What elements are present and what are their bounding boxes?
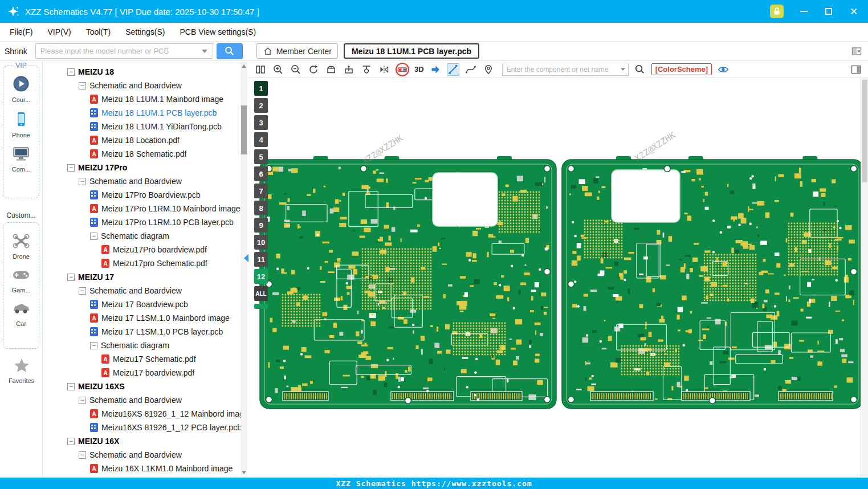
canvas-scroll-thumb[interactable] — [862, 80, 867, 182]
tree-item[interactable]: Meizu 17Pro L1RM.10 PCB layer.pcb — [43, 215, 241, 229]
tree-item[interactable]: −Schematic and Boardview — [43, 393, 241, 407]
rotate-icon[interactable] — [307, 63, 320, 76]
tree-item[interactable]: Meizu 16X L1KM1.0 Mainbord image — [43, 462, 241, 475]
net-search-input[interactable] — [502, 63, 629, 76]
close-button[interactable]: ✕ — [849, 6, 859, 17]
collapse-icon[interactable]: − — [79, 397, 86, 404]
collapse-icon[interactable]: − — [79, 451, 86, 459]
license-lock-icon[interactable] — [770, 5, 784, 18]
sidebar-item-phone[interactable]: Phone — [12, 111, 30, 138]
maximize-button[interactable] — [824, 6, 834, 17]
jump-arrow-icon[interactable] — [429, 63, 442, 76]
layer-button-12[interactable]: 12 — [254, 269, 268, 284]
shrink-button[interactable]: Shrink — [5, 47, 27, 56]
search-button[interactable] — [217, 43, 243, 59]
layer-button-1[interactable]: 1 — [254, 81, 268, 96]
3d-label[interactable]: 3D — [414, 65, 424, 74]
collapse-icon[interactable]: − — [79, 287, 86, 295]
sidebar-item-favorites[interactable]: Favorites — [0, 357, 43, 384]
tree-item[interactable]: Meizu 18 Location.pdf — [43, 133, 241, 147]
location-pin-icon[interactable] — [482, 63, 495, 76]
zoom-out-icon[interactable] — [290, 63, 302, 76]
scroll-down-icon[interactable] — [242, 471, 246, 474]
tree-item[interactable]: −MEIZU 17Pro — [43, 161, 241, 174]
canvas-scrollbar[interactable] — [861, 78, 868, 478]
zoom-in-icon[interactable] — [272, 63, 284, 76]
split-view-icon[interactable] — [254, 63, 267, 76]
tree-scrollbar[interactable] — [241, 62, 247, 476]
tree-item[interactable]: Meizu17pro Schematic.pdf — [43, 256, 241, 270]
collapse-icon[interactable]: − — [67, 438, 75, 445]
tree-item[interactable]: Meizu 17Pro L1RM.10 Mainbord image — [43, 202, 241, 215]
tree-item[interactable]: −MEIZU 18 — [43, 65, 241, 79]
collapse-icon[interactable]: − — [67, 383, 75, 390]
tree-item[interactable]: −MEIZU 17 — [43, 270, 241, 284]
eye-icon[interactable] — [717, 63, 730, 76]
tree-item[interactable]: Meizu17 boardview.pdf — [43, 366, 241, 380]
layer-button-9[interactable]: 9 — [254, 218, 268, 233]
tree-item[interactable]: −Schematic diagram — [43, 339, 241, 352]
tree-item[interactable]: Meizu 18 L1UM.1 Mainbord image — [43, 92, 241, 106]
collapse-icon[interactable]: − — [90, 342, 97, 349]
sidebar-item-computer[interactable]: Com... — [12, 146, 30, 173]
menu-vip[interactable]: VIP(V) — [40, 24, 78, 40]
tree-item[interactable]: Meizu 18 Schematic.pdf — [43, 147, 241, 161]
menu-settings[interactable]: Settings(S) — [118, 24, 172, 40]
layer-button-7[interactable]: 7 — [254, 184, 268, 198]
pcb-canvas[interactable]: XZZ@XZZHKXZZ@XZZHK 123456789101112ALL — [248, 78, 868, 478]
box-export-icon[interactable] — [343, 63, 355, 76]
layer-button-3[interactable]: 3 — [254, 115, 268, 130]
curve-tool-icon[interactable] — [464, 63, 477, 76]
panel-layout-icon[interactable] — [850, 63, 862, 76]
tree-item[interactable]: −Schematic and Boardview — [43, 174, 241, 188]
tree-item[interactable]: Meizu17Pro boardview.pdf — [43, 243, 241, 256]
tree-item[interactable]: Meizu 18 L1UM.1 YiDianTong.pcb — [43, 120, 241, 133]
chevron-down-icon[interactable] — [621, 68, 625, 71]
layer-button-all[interactable]: ALL — [254, 286, 268, 301]
tree-item[interactable]: −MEIZU 16X — [43, 434, 241, 448]
tree-item[interactable]: −Schematic diagram — [43, 229, 241, 243]
flip-horizontal-icon[interactable] — [378, 63, 390, 76]
tree-item[interactable]: Meizu 17 L1SM.1.0 Mainbord image — [43, 311, 241, 325]
collapse-icon[interactable]: − — [67, 164, 75, 172]
member-center-button[interactable]: Member Center — [256, 43, 338, 59]
layer-button-6[interactable]: 6 — [254, 166, 268, 181]
tree-item[interactable]: Meizu16XS 81926_1_12 Mainbord image — [43, 407, 241, 421]
hide-panel-icon[interactable] — [851, 46, 862, 57]
tree-scroll-thumb[interactable] — [241, 105, 247, 154]
layer-button-2[interactable]: 2 — [254, 98, 268, 113]
layer-button-8[interactable]: 8 — [254, 201, 268, 215]
tree-item[interactable]: Meizu 18 L1UM.1 PCB layer.pcb — [43, 106, 241, 120]
sidebar-item-game[interactable]: Gam... — [11, 267, 31, 294]
tree-item[interactable]: Meizu 17 L1SM.1.0 PCB layer.pcb — [43, 325, 241, 339]
layer-button-10[interactable]: 10 — [254, 235, 268, 250]
3d-glasses-icon[interactable] — [396, 63, 409, 76]
sidebar-item-drone[interactable]: Drone — [12, 232, 30, 260]
tree-item[interactable]: −Schematic and Boardview — [43, 448, 241, 462]
collapse-icon[interactable]: − — [90, 233, 97, 240]
collapse-icon[interactable]: − — [67, 68, 75, 76]
colorscheme-button[interactable]: [ColorScheme] — [651, 63, 712, 75]
chevron-down-icon[interactable] — [202, 50, 207, 53]
scroll-up-icon[interactable] — [242, 64, 246, 68]
collapse-icon[interactable]: − — [79, 178, 86, 185]
box-icon[interactable] — [325, 63, 337, 76]
model-search-input[interactable] — [35, 43, 213, 59]
document-tab[interactable]: Meizu 18 L1UM.1 PCB layer.pcb — [344, 43, 479, 59]
layer-button-11[interactable]: 11 — [254, 252, 268, 267]
sidebar-item-course[interactable]: Cour... — [12, 75, 30, 103]
tree-item[interactable]: Meizu16XS 81926_1_12 PCB layer.pcb — [43, 421, 241, 434]
layer-button-4[interactable]: 4 — [254, 132, 268, 147]
measure-icon[interactable] — [447, 63, 459, 76]
tree-item[interactable]: −Schematic and Boardview — [43, 284, 241, 298]
tree-item[interactable]: −Schematic and Boardview — [43, 79, 241, 92]
minimize-button[interactable] — [798, 6, 809, 17]
tree-item[interactable]: −MEIZU 16XS — [43, 380, 241, 393]
tree-item[interactable]: Meizu 17 Boardview.pcb — [43, 298, 241, 311]
menu-tool[interactable]: Tool(T) — [79, 24, 119, 40]
menu-file[interactable]: File(F) — [2, 24, 40, 40]
collapse-icon[interactable]: − — [67, 274, 75, 281]
sidebar-item-car[interactable]: Car — [11, 301, 31, 327]
net-search-icon[interactable] — [634, 63, 646, 76]
menu-pcb-view-settings[interactable]: PCB View settings(S) — [172, 24, 263, 40]
